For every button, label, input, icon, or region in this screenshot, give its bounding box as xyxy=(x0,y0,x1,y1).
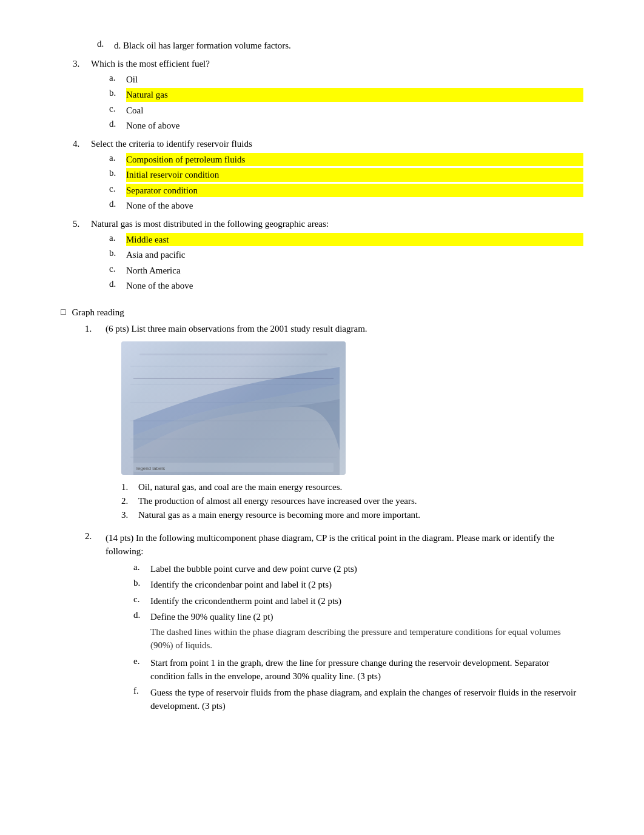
q3-text: Which is the most efficient fuel? xyxy=(91,59,583,69)
graph-q1-text: (6 pts) List three main observations fro… xyxy=(106,324,367,334)
graph-q2-text: (14 pts) In the following multicomponent… xyxy=(106,531,583,558)
graph-reading-section: □ Graph reading 1. (6 pts) List three ma… xyxy=(61,307,583,713)
answer-letter-d: d. xyxy=(109,199,126,209)
answer-letter-b: b. xyxy=(109,88,126,98)
answer-text-c: Coal xyxy=(126,104,583,118)
answer-text-b: Initial reservoir condition xyxy=(126,168,583,182)
q2-answer-d-continuation: The dashed lines within the phase diagra… xyxy=(85,625,583,652)
q2-answer-f: f. Guess the type of reservoir fluids fr… xyxy=(133,686,583,713)
q2-answer-e: e. Start from point 1 in the graph, drew… xyxy=(133,656,583,683)
graph-q2-answers: a. Label the bubble point curve and dew … xyxy=(85,562,583,624)
q2-answer-text-c: Identify the cricondentherm point and la… xyxy=(150,594,583,608)
q4-answer-c: c. Separator condition xyxy=(109,184,583,198)
answer-text-d: None of the above xyxy=(126,199,583,213)
page-content: d. d. Black oil has larger formation vol… xyxy=(36,24,608,736)
question-3-header: 3. Which is the most efficient fuel? xyxy=(73,59,583,69)
graph-section-content: 1. (6 pts) List three main observations … xyxy=(61,324,583,713)
svg-text:legend labels: legend labels xyxy=(136,466,165,471)
question-5: 5. Natural gas is most distributed in th… xyxy=(61,219,583,293)
sub-ans-letter-f: f. xyxy=(133,686,150,696)
q3-answer-d: d. None of above xyxy=(109,119,583,133)
q4-answer-b: b. Initial reservoir condition xyxy=(109,168,583,182)
graph-image: legend labels xyxy=(121,341,346,475)
graph-q1: 1. (6 pts) List three main observations … xyxy=(73,324,583,520)
answer-letter-c: c. xyxy=(109,264,126,274)
observation-1: 1. Oil, natural gas, and coal are the ma… xyxy=(121,482,583,492)
q2-answer-a: a. Label the bubble point curve and dew … xyxy=(133,562,583,576)
obs-text-1: Oil, natural gas, and coal are the main … xyxy=(138,482,342,492)
answer-text-c: North America xyxy=(126,264,583,278)
answer-text-c: Separator condition xyxy=(126,184,583,198)
answer-letter-b: b. xyxy=(109,248,126,258)
question-3: 3. Which is the most efficient fuel? a. … xyxy=(61,59,583,133)
sub-ans-letter-b: b. xyxy=(133,578,150,588)
q5-answers: a. Middle east b. Asia and pacific c. No… xyxy=(73,233,583,293)
q2-answer-text-d: Define the 90% quality line (2 pt) xyxy=(150,610,583,624)
obs-number-3: 3. xyxy=(121,510,138,520)
q2-answer-b: b. Identify the cricondenbar point and l… xyxy=(133,578,583,592)
answer-letter-c: c. xyxy=(109,104,126,114)
q2-answer-d: d. Define the 90% quality line (2 pt) xyxy=(133,610,583,624)
answer-letter: d. xyxy=(97,39,114,49)
graph-q2: 2. (14 pts) In the following multicompon… xyxy=(73,531,583,713)
obs-number-2: 2. xyxy=(121,496,138,506)
section-bullet-icon: □ xyxy=(61,307,65,317)
answer-letter-d: d. xyxy=(109,279,126,289)
q2-answer-c: c. Identify the cricondentherm point and… xyxy=(133,594,583,608)
answer-letter-d: d. xyxy=(109,119,126,129)
graph-q1-header: 1. (6 pts) List three main observations … xyxy=(85,324,583,334)
answer-letter-c: c. xyxy=(109,184,126,194)
answer-letter-a: a. xyxy=(109,153,126,163)
section-title: Graph reading xyxy=(72,307,124,318)
q2-answer-text-f: Guess the type of reservoir fluids from … xyxy=(150,686,583,713)
q4-answer-d: d. None of the above xyxy=(109,199,583,213)
sub-ans-letter-c: c. xyxy=(133,594,150,605)
obs-text-3: Natural gas as a main energy resource is… xyxy=(138,510,420,520)
question-4: 4. Select the criteria to identify reser… xyxy=(61,139,583,213)
observation-3: 3. Natural gas as a main energy resource… xyxy=(121,510,583,520)
section-header: □ Graph reading xyxy=(61,307,583,318)
answer-text: d. Black oil has larger formation volume… xyxy=(114,39,583,53)
graph-svg: legend labels xyxy=(121,341,346,475)
q5-text: Natural gas is most distributed in the f… xyxy=(91,219,583,229)
q5-number: 5. xyxy=(73,219,91,229)
graph-q2-header: 2. (14 pts) In the following multicompon… xyxy=(85,531,583,558)
question-5-header: 5. Natural gas is most distributed in th… xyxy=(73,219,583,229)
question-4-header: 4. Select the criteria to identify reser… xyxy=(73,139,583,149)
answer-letter-a: a. xyxy=(109,233,126,243)
graph-q1-number: 1. xyxy=(85,324,106,334)
q4-text: Select the criteria to identify reservoi… xyxy=(91,139,583,149)
answer-text-b: Natural gas xyxy=(126,88,583,102)
graph-q2-answers-ef: e. Start from point 1 in the graph, drew… xyxy=(85,656,583,713)
q3-answer-c: c. Coal xyxy=(109,104,583,118)
sub-ans-letter-e: e. xyxy=(133,656,150,666)
q2-answer-text-a: Label the bubble point curve and dew poi… xyxy=(150,562,583,576)
q2-answer-text-e: Start from point 1 in the graph, drew th… xyxy=(150,656,583,683)
answer-item-d-prev: d. d. Black oil has larger formation vol… xyxy=(97,39,583,53)
q4-number: 4. xyxy=(73,139,91,149)
obs-number-1: 1. xyxy=(121,482,138,492)
answer-text-a: Oil xyxy=(126,73,583,87)
answer-text-d: None of above xyxy=(126,119,583,133)
q4-answers: a. Composition of petroleum fluids b. In… xyxy=(73,153,583,213)
observation-2: 2. The production of almost all energy r… xyxy=(121,496,583,506)
observations-list: 1. Oil, natural gas, and coal are the ma… xyxy=(85,482,583,520)
sub-ans-letter-d: d. xyxy=(133,610,150,620)
answer-text-d: None of the above xyxy=(126,279,583,293)
answer-letter-b: b. xyxy=(109,168,126,178)
q3-answers: a. Oil b. Natural gas c. Coal d. None of… xyxy=(73,73,583,133)
sub-ans-letter-a: a. xyxy=(133,562,150,572)
q5-answer-a: a. Middle east xyxy=(109,233,583,247)
q3-number: 3. xyxy=(73,59,91,69)
q5-answer-c: c. North America xyxy=(109,264,583,278)
q5-answer-b: b. Asia and pacific xyxy=(109,248,583,262)
graph-q2-number: 2. xyxy=(85,531,106,558)
q2-answer-text-b: Identify the cricondenbar point and labe… xyxy=(150,578,583,592)
q3-answer-a: a. Oil xyxy=(109,73,583,87)
prev-question-item-d: d. d. Black oil has larger formation vol… xyxy=(61,39,583,53)
answer-text-a: Composition of petroleum fluids xyxy=(126,153,583,167)
answer-text-a: Middle east xyxy=(126,233,583,247)
q5-answer-d: d. None of the above xyxy=(109,279,583,293)
q4-answer-a: a. Composition of petroleum fluids xyxy=(109,153,583,167)
q3-answer-b: b. Natural gas xyxy=(109,88,583,102)
